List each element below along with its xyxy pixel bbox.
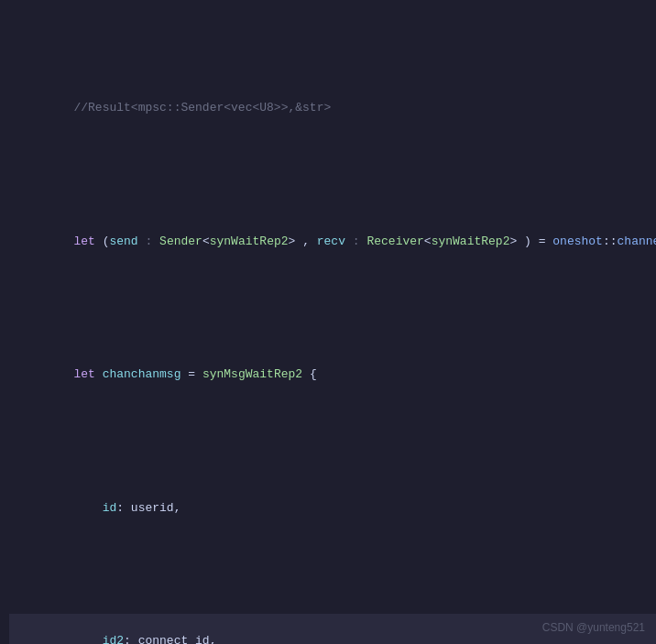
code-line-1: //Result<mpsc::Sender<vec<U8>>,&str> — [9, 80, 656, 136]
code-line-2: let (send : Sender<synWaitRep2> , recv :… — [9, 213, 656, 270]
watermark: CSDN @yunteng521 — [542, 619, 645, 637]
code-block: //Result<mpsc::Sender<vec<U8>>,&str> let… — [0, 0, 656, 644]
code-container: //Result<mpsc::Sender<vec<U8>>,&str> let… — [0, 0, 656, 644]
code-line-4: id: userid, — [9, 480, 656, 537]
code-line-3: let chanchanmsg = synMsgWaitRep2 { — [9, 346, 656, 403]
